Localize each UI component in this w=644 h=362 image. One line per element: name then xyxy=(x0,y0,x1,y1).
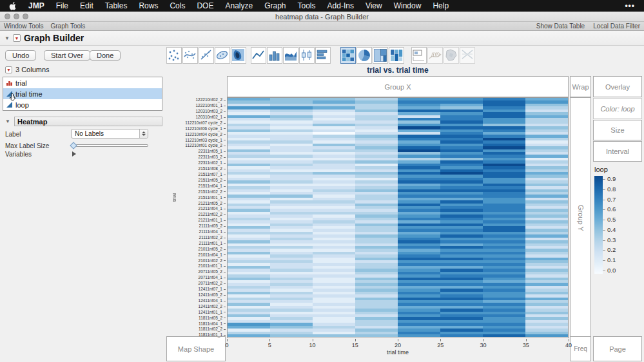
max-label-size-slider[interactable] xyxy=(71,143,148,149)
undo-button[interactable]: Undo xyxy=(5,50,36,61)
legend-tick-mark xyxy=(603,220,605,220)
legend-tick-mark xyxy=(603,209,605,210)
label-dropdown[interactable]: No Labels xyxy=(71,129,148,138)
histogram-element-icon[interactable] xyxy=(315,47,331,64)
menu-rows[interactable]: Rows xyxy=(133,1,164,10)
local-data-filter-link[interactable]: Local Data Filter xyxy=(593,23,640,30)
graph-tools-menu[interactable]: Graph Tools xyxy=(51,23,86,30)
column-item-trial-time[interactable]: trial time xyxy=(3,88,162,99)
menu-tools[interactable]: Tools xyxy=(292,1,322,10)
freq-dropzone[interactable]: Freq xyxy=(570,336,591,361)
red-triangle-menu-icon[interactable]: ▼ xyxy=(13,34,21,42)
legend-tick-label: 0.8 xyxy=(607,186,616,193)
columns-red-triangle-icon[interactable]: ▼ xyxy=(5,66,12,73)
menu-analyze[interactable]: Analyze xyxy=(219,1,259,10)
menu-help[interactable]: Help xyxy=(427,1,454,10)
report-title: Graph Builder xyxy=(24,33,84,43)
map-shape-dropzone[interactable]: Map Shape xyxy=(166,336,226,361)
menu-tables[interactable]: Tables xyxy=(99,1,133,10)
slider-thumb[interactable] xyxy=(70,142,77,149)
legend-tick-mark xyxy=(603,271,605,271)
window-tools-menu[interactable]: Window Tools xyxy=(4,23,44,30)
y-tick-label: 21111nt01_1 xyxy=(155,241,226,247)
tool-strip: Window Tools Graph Tools Show Data Table… xyxy=(0,22,644,31)
variables-disclosure-icon[interactable] xyxy=(72,151,76,157)
heatmap-plot[interactable] xyxy=(227,97,569,338)
legend-tick-label: 0.0 xyxy=(607,267,616,274)
show-data-table-link[interactable]: Show Data Table xyxy=(536,23,585,30)
menu-edit[interactable]: Edit xyxy=(74,1,99,10)
area-element-icon[interactable] xyxy=(283,47,298,64)
column-item-trial[interactable]: trial xyxy=(3,77,162,88)
column-item-loop[interactable]: loop xyxy=(3,99,162,110)
page-dropzone[interactable]: Page xyxy=(593,336,642,361)
y-tick-label: 12411nt07_1 xyxy=(155,287,226,292)
wrap-dropzone[interactable]: Wrap xyxy=(570,76,591,97)
points-element-icon[interactable] xyxy=(166,47,182,64)
x-tick-mark xyxy=(313,339,313,341)
x-tick-label: 0 xyxy=(225,342,228,348)
menu-view[interactable]: View xyxy=(360,1,388,10)
y-tick-label: 22311nt05_1 xyxy=(155,149,226,155)
x-tick-mark xyxy=(483,339,484,341)
x-tick-mark xyxy=(269,339,270,341)
start-over-button[interactable]: Start Over xyxy=(44,50,90,61)
menu-doe[interactable]: DOE xyxy=(191,1,219,10)
y-tick-label: 12411nt05_2 xyxy=(155,292,226,298)
y-tick-label: 21511nt08_2 xyxy=(155,166,226,172)
x-tick-label: 20 xyxy=(395,342,401,348)
heatmap-row xyxy=(228,334,568,337)
ellipse-element-icon[interactable] xyxy=(215,47,230,64)
y-tick-label: 21011nt01_1 xyxy=(155,263,226,269)
menu-cols[interactable]: Cols xyxy=(164,1,191,10)
menu-file[interactable]: File xyxy=(50,1,74,10)
menu-add-ins[interactable]: Add-Ins xyxy=(322,1,360,10)
treemap-element-icon[interactable] xyxy=(373,47,388,64)
legend-tick-mark xyxy=(603,179,605,180)
bar-element-icon[interactable] xyxy=(267,47,282,64)
collapse-disclosure-icon[interactable]: ▼ xyxy=(5,35,10,41)
legend-tick-mark xyxy=(603,250,605,251)
group-y-label: Group Y xyxy=(577,205,585,231)
y-tick-label: 12411nt02_2 xyxy=(155,304,226,310)
menu-jmp[interactable]: JMP xyxy=(23,1,50,10)
slider-track xyxy=(73,144,148,147)
pie-element-icon[interactable] xyxy=(356,47,372,64)
group-x-dropzone[interactable]: Group X xyxy=(227,76,569,97)
color-dropzone[interactable]: Color: loop xyxy=(593,98,642,119)
y-tick-label: 12411nt01_1 xyxy=(155,310,226,316)
smoother-element-icon[interactable] xyxy=(182,47,198,64)
menu-bar: JMPFileEditTablesRowsColsDOEAnalyzeGraph… xyxy=(0,0,644,12)
x-tick-label: 15 xyxy=(352,342,358,348)
caption-box-element-icon[interactable] xyxy=(411,47,427,64)
done-button[interactable]: Done xyxy=(90,50,121,61)
mosaic-element-icon[interactable] xyxy=(389,47,404,64)
x-tick-label: 10 xyxy=(309,342,315,348)
heatmap-panel-disclosure-icon[interactable]: ▼ xyxy=(5,119,10,124)
contour-element-icon[interactable] xyxy=(231,47,246,64)
group-y-dropzone[interactable]: Group Y xyxy=(570,97,591,338)
y-tick-label: 21511nt07_1 xyxy=(155,172,226,178)
heatmap-element-icon[interactable] xyxy=(340,47,356,64)
box-plot-element-icon[interactable] xyxy=(299,47,315,64)
line-of-fit-element-icon[interactable] xyxy=(199,47,214,64)
menu-items: JMPFileEditTablesRowsColsDOEAnalyzeGraph… xyxy=(23,1,625,10)
menu-window[interactable]: Window xyxy=(388,1,427,10)
y-tick-label: 112210nt06 cycle_1 xyxy=(155,126,226,132)
nominal-column-icon xyxy=(6,79,13,86)
interval-dropzone[interactable]: Interval xyxy=(593,141,642,162)
menu-overflow-icon[interactable]: ••• xyxy=(625,1,635,10)
x-axis-title: trial time xyxy=(227,349,569,356)
map-shapes-element-icon xyxy=(444,47,459,64)
y-tick-label: 11811nt01_1 xyxy=(155,332,226,338)
apple-menu-icon[interactable] xyxy=(9,2,16,10)
y-tick-label: 12411nt04_1 xyxy=(155,298,226,304)
heatmap-panel-header[interactable]: Heatmap xyxy=(14,117,162,126)
line-element-icon[interactable] xyxy=(251,47,266,64)
x-tick-mark xyxy=(440,339,441,341)
columns-count-label: 3 Columns xyxy=(15,66,50,73)
menu-graph[interactable]: Graph xyxy=(259,1,291,10)
size-dropzone[interactable]: Size xyxy=(593,120,642,140)
svg-text:f(θ): f(θ) xyxy=(431,51,440,57)
overlay-dropzone[interactable]: Overlay xyxy=(593,76,642,97)
